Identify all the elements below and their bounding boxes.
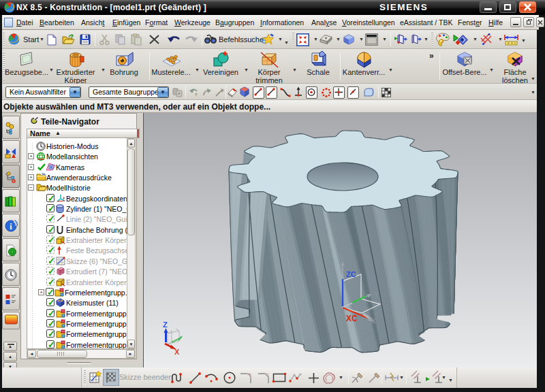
svg-text:Y: Y [374,291,379,299]
svg-text:X: X [371,317,376,325]
svg-text:XC: XC [346,314,358,323]
svg-text:X: X [174,348,180,356]
svg-text:Z: Z [163,321,168,329]
svg-text:ZC: ZC [346,270,356,278]
svg-text:Z: Z [339,257,343,265]
